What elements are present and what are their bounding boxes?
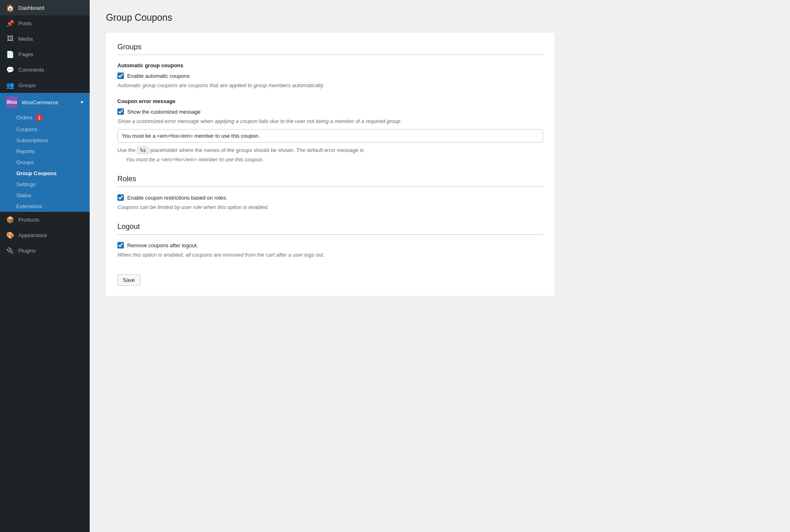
logout-section-title: Logout [117, 222, 543, 235]
placeholder-note-prefix: Use the [117, 147, 136, 153]
woocommerce-section: Woo WooCommerce Orders 1 Coupons Subscri… [0, 93, 90, 212]
logout-section: Logout Remove coupons after logout. When… [117, 222, 543, 258]
appearance-icon: 🎨 [6, 231, 14, 239]
sidebar-item-orders[interactable]: Orders 1 [0, 112, 90, 124]
sidebar-item-pages[interactable]: 📄 Pages [0, 46, 90, 62]
sidebar-item-extensions[interactable]: Extensions [0, 201, 90, 212]
roles-checkbox-label[interactable]: Enable coupon restrictions based on role… [127, 195, 227, 201]
sidebar-item-comments[interactable]: 💬 Comments [0, 62, 90, 77]
sidebar-item-settings[interactable]: Settings [0, 179, 90, 190]
content-wrap: Groups Automatic group coupons Enable au… [106, 33, 554, 296]
sidebar-item-reports[interactable]: Reports [0, 146, 90, 157]
show-custom-message-checkbox[interactable] [117, 108, 124, 115]
roles-section: Roles Enable coupon restrictions based o… [117, 175, 543, 210]
sidebar: 🏠 Dashboard 📌 Posts 🖼 Media 📄 Pages 💬 Co… [0, 0, 90, 532]
placeholder-note: Use the %s placeholder where the names o… [117, 147, 543, 154]
coupon-error-help: Show a customized error message when app… [117, 118, 543, 124]
logout-checkbox[interactable] [117, 242, 124, 248]
woo-logo: Woo [6, 97, 18, 108]
automatic-coupons-checkbox-label[interactable]: Enable automatic coupons [127, 73, 190, 79]
sidebar-item-status[interactable]: Status [0, 190, 90, 201]
chevron-down-icon [80, 101, 84, 103]
default-message: You must be a <em>%s</em> member to use … [126, 156, 543, 163]
orders-badge: 1 [35, 114, 43, 121]
logout-checkbox-label[interactable]: Remove coupons after logout. [127, 242, 198, 248]
sidebar-item-woo-groups[interactable]: Groups [0, 157, 90, 168]
comments-icon: 💬 [6, 66, 14, 74]
coupon-error-label: Coupon error message [117, 98, 543, 104]
main-content: Group Coupons Groups Automatic group cou… [90, 0, 790, 532]
automatic-coupons-field: Automatic group coupons Enable automatic… [117, 62, 543, 88]
media-icon: 🖼 [6, 35, 14, 43]
automatic-coupons-help: Automatic group coupons are coupons that… [117, 82, 543, 88]
sidebar-item-coupons[interactable]: Coupons [0, 124, 90, 135]
roles-section-title: Roles [117, 175, 543, 187]
placeholder-note-suffix: placeholder where the names of the group… [150, 147, 364, 153]
coupon-error-field: Coupon error message Show the customized… [117, 98, 543, 163]
sidebar-item-plugins[interactable]: 🔌 Plugins [0, 243, 90, 258]
coupon-error-checkbox-row: Show the customized message [117, 108, 543, 115]
groups-section: Groups Automatic group coupons Enable au… [117, 43, 543, 163]
woo-subnav: Orders 1 Coupons Subscriptions Reports G… [0, 112, 90, 212]
page-title: Group Coupons [106, 12, 774, 23]
groups-section-title: Groups [117, 43, 543, 55]
woocommerce-header[interactable]: Woo WooCommerce [0, 93, 90, 112]
pages-icon: 📄 [6, 50, 14, 58]
sidebar-item-group-coupons[interactable]: Group Coupons [0, 168, 90, 179]
sidebar-item-subscriptions[interactable]: Subscriptions [0, 135, 90, 146]
groups-icon: 👥 [6, 81, 14, 89]
placeholder-code: %s [137, 147, 148, 154]
sidebar-item-dashboard[interactable]: 🏠 Dashboard [0, 0, 90, 15]
automatic-coupons-label: Automatic group coupons [117, 62, 543, 68]
posts-icon: 📌 [6, 19, 14, 27]
roles-checkbox-row: Enable coupon restrictions based on role… [117, 194, 543, 201]
logout-help: When this option is enabled, all coupons… [117, 252, 543, 258]
show-custom-message-label[interactable]: Show the customized message [127, 109, 201, 115]
top-nav: 🏠 Dashboard 📌 Posts 🖼 Media 📄 Pages 💬 Co… [0, 0, 90, 93]
woocommerce-label: WooCommerce [22, 99, 58, 106]
save-button[interactable]: Save [117, 274, 140, 286]
sidebar-item-media[interactable]: 🖼 Media [0, 31, 90, 46]
plugins-icon: 🔌 [6, 246, 14, 255]
roles-checkbox[interactable] [117, 194, 124, 201]
products-icon: 📦 [6, 215, 14, 224]
automatic-coupons-checkbox-row: Enable automatic coupons [117, 73, 543, 79]
dashboard-icon: 🏠 [6, 4, 14, 12]
sidebar-item-groups[interactable]: 👥 Groups [0, 77, 90, 93]
coupon-error-input[interactable] [117, 129, 543, 143]
sidebar-item-posts[interactable]: 📌 Posts [0, 15, 90, 31]
logout-checkbox-row: Remove coupons after logout. [117, 242, 543, 248]
roles-help: Coupons can be limited by user role when… [117, 204, 543, 210]
sidebar-item-products[interactable]: 📦 Products [0, 212, 90, 227]
automatic-coupons-checkbox[interactable] [117, 73, 124, 79]
bottom-nav: 📦 Products 🎨 Appearance 🔌 Plugins [0, 212, 90, 258]
sidebar-item-appearance[interactable]: 🎨 Appearance [0, 227, 90, 243]
